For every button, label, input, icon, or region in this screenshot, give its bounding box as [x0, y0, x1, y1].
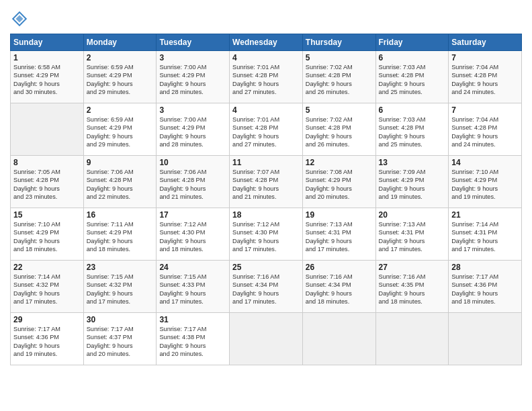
- cell-text: Sunrise: 7:17 AMSunset: 4:36 PMDaylight:…: [451, 273, 498, 305]
- cell-text: Sunrise: 7:16 AMSunset: 4:34 PMDaylight:…: [232, 273, 279, 305]
- calendar-cell-empty: [302, 313, 375, 365]
- day-number: 6: [379, 105, 446, 115]
- weekday-header-friday: Friday: [375, 34, 449, 51]
- cell-text: Sunrise: 7:00 AMSunset: 4:29 PMDaylight:…: [159, 116, 206, 148]
- calendar-week-4: 15Sunrise: 7:10 AMSunset: 4:29 PMDayligh…: [11, 208, 522, 261]
- calendar-cell-29: 29Sunrise: 7:17 AMSunset: 4:36 PMDayligh…: [11, 313, 84, 365]
- cell-text: Sunrise: 6:59 AMSunset: 4:29 PMDaylight:…: [87, 116, 134, 148]
- calendar-cell-9: 9Sunrise: 7:06 AMSunset: 4:28 PMDaylight…: [83, 156, 157, 208]
- cell-text: Sunrise: 7:10 AMSunset: 4:29 PMDaylight:…: [13, 221, 60, 253]
- cell-text: Sunrise: 7:02 AMSunset: 4:28 PMDaylight:…: [306, 64, 353, 95]
- calendar-cell-8: 8Sunrise: 7:05 AMSunset: 4:28 PMDaylight…: [11, 156, 84, 208]
- cell-text: Sunrise: 7:14 AMSunset: 4:31 PMDaylight:…: [451, 221, 498, 253]
- calendar-cell-3: 3Sunrise: 7:00 AMSunset: 4:29 PMDaylight…: [157, 51, 230, 103]
- cell-text: Sunrise: 7:08 AMSunset: 4:29 PMDaylight:…: [306, 169, 353, 200]
- weekday-header-saturday: Saturday: [449, 34, 522, 51]
- day-number: 3: [159, 53, 226, 62]
- day-number: 25: [232, 263, 300, 272]
- cell-text: Sunrise: 7:15 AMSunset: 4:32 PMDaylight:…: [87, 273, 134, 305]
- calendar-week-6: 29Sunrise: 7:17 AMSunset: 4:36 PMDayligh…: [11, 313, 522, 365]
- cell-text: Sunrise: 7:05 AMSunset: 4:28 PMDaylight:…: [13, 169, 60, 200]
- calendar-cell-empty: [11, 103, 84, 156]
- weekday-header-sunday: Sunday: [11, 34, 84, 51]
- logo-icon: [10, 9, 29, 28]
- day-number: 16: [87, 210, 154, 220]
- calendar-cell-4: 4Sunrise: 7:01 AMSunset: 4:28 PMDaylight…: [230, 103, 303, 156]
- calendar-week-2: 2Sunrise: 6:59 AMSunset: 4:29 PMDaylight…: [11, 103, 522, 156]
- calendar-cell-22: 22Sunrise: 7:14 AMSunset: 4:32 PMDayligh…: [11, 261, 84, 313]
- calendar-cell-14: 14Sunrise: 7:10 AMSunset: 4:29 PMDayligh…: [449, 156, 522, 208]
- cell-text: Sunrise: 6:58 AMSunset: 4:29 PMDaylight:…: [13, 64, 60, 95]
- calendar-week-3: 8Sunrise: 7:05 AMSunset: 4:28 PMDaylight…: [11, 156, 522, 208]
- calendar-cell-13: 13Sunrise: 7:09 AMSunset: 4:29 PMDayligh…: [375, 156, 449, 208]
- day-number: 7: [451, 105, 519, 115]
- calendar-cell-empty: [230, 313, 303, 365]
- calendar-cell-21: 21Sunrise: 7:14 AMSunset: 4:31 PMDayligh…: [449, 208, 522, 261]
- cell-text: Sunrise: 7:15 AMSunset: 4:33 PMDaylight:…: [159, 273, 206, 305]
- cell-text: Sunrise: 7:13 AMSunset: 4:31 PMDaylight:…: [306, 221, 353, 253]
- day-number: 26: [306, 263, 373, 272]
- cell-text: Sunrise: 7:04 AMSunset: 4:28 PMDaylight:…: [451, 64, 498, 95]
- day-number: 2: [87, 105, 154, 115]
- day-number: 28: [451, 263, 519, 272]
- day-number: 31: [159, 315, 226, 324]
- weekday-header-row: SundayMondayTuesdayWednesdayThursdayFrid…: [11, 34, 522, 51]
- cell-text: Sunrise: 7:16 AMSunset: 4:34 PMDaylight:…: [306, 273, 353, 305]
- calendar-cell-7: 7Sunrise: 7:04 AMSunset: 4:28 PMDaylight…: [449, 103, 522, 156]
- calendar-cell-25: 25Sunrise: 7:16 AMSunset: 4:34 PMDayligh…: [230, 261, 303, 313]
- calendar-cell-10: 10Sunrise: 7:06 AMSunset: 4:28 PMDayligh…: [157, 156, 230, 208]
- cell-text: Sunrise: 7:13 AMSunset: 4:31 PMDaylight:…: [379, 221, 426, 253]
- day-number: 13: [379, 158, 446, 167]
- cell-text: Sunrise: 7:03 AMSunset: 4:28 PMDaylight:…: [379, 116, 426, 148]
- day-number: 30: [87, 315, 154, 324]
- calendar-cell-empty: [449, 313, 522, 365]
- day-number: 29: [13, 315, 81, 324]
- day-number: 24: [159, 263, 226, 272]
- calendar-cell-5: 5Sunrise: 7:02 AMSunset: 4:28 PMDaylight…: [302, 103, 375, 156]
- calendar-cell-26: 26Sunrise: 7:16 AMSunset: 4:34 PMDayligh…: [302, 261, 375, 313]
- day-number: 6: [379, 53, 446, 62]
- day-number: 20: [379, 210, 446, 220]
- cell-text: Sunrise: 7:17 AMSunset: 4:36 PMDaylight:…: [13, 326, 60, 357]
- weekday-header-thursday: Thursday: [302, 34, 375, 51]
- cell-text: Sunrise: 7:06 AMSunset: 4:28 PMDaylight:…: [159, 169, 206, 200]
- cell-text: Sunrise: 7:12 AMSunset: 4:30 PMDaylight:…: [159, 221, 206, 253]
- day-number: 9: [87, 158, 154, 167]
- cell-text: Sunrise: 7:04 AMSunset: 4:28 PMDaylight:…: [451, 116, 498, 148]
- calendar-cell-12: 12Sunrise: 7:08 AMSunset: 4:29 PMDayligh…: [302, 156, 375, 208]
- calendar-cell-1: 1Sunrise: 6:58 AMSunset: 4:29 PMDaylight…: [11, 51, 84, 103]
- day-number: 27: [379, 263, 446, 272]
- calendar-cell-23: 23Sunrise: 7:15 AMSunset: 4:32 PMDayligh…: [83, 261, 157, 313]
- day-number: 5: [306, 105, 373, 115]
- cell-text: Sunrise: 7:09 AMSunset: 4:29 PMDaylight:…: [379, 169, 426, 200]
- cell-text: Sunrise: 7:14 AMSunset: 4:32 PMDaylight:…: [13, 273, 60, 305]
- logo: [10, 9, 31, 28]
- calendar-cell-24: 24Sunrise: 7:15 AMSunset: 4:33 PMDayligh…: [157, 261, 230, 313]
- cell-text: Sunrise: 7:11 AMSunset: 4:29 PMDaylight:…: [87, 221, 134, 253]
- cell-text: Sunrise: 7:03 AMSunset: 4:28 PMDaylight:…: [379, 64, 426, 95]
- cell-text: Sunrise: 7:10 AMSunset: 4:29 PMDaylight:…: [451, 169, 498, 200]
- main-container: SundayMondayTuesdayWednesdayThursdayFrid…: [0, 0, 532, 372]
- cell-text: Sunrise: 7:01 AMSunset: 4:28 PMDaylight:…: [232, 64, 279, 95]
- day-number: 12: [306, 158, 373, 167]
- cell-text: Sunrise: 7:07 AMSunset: 4:28 PMDaylight:…: [232, 169, 279, 200]
- calendar-cell-3: 3Sunrise: 7:00 AMSunset: 4:29 PMDaylight…: [157, 103, 230, 156]
- day-number: 1: [13, 53, 81, 62]
- weekday-header-wednesday: Wednesday: [230, 34, 303, 51]
- cell-text: Sunrise: 7:17 AMSunset: 4:38 PMDaylight:…: [159, 326, 206, 357]
- header: [10, 7, 522, 28]
- calendar-week-1: 1Sunrise: 6:58 AMSunset: 4:29 PMDaylight…: [11, 51, 522, 103]
- day-number: 4: [232, 53, 300, 62]
- calendar-week-5: 22Sunrise: 7:14 AMSunset: 4:32 PMDayligh…: [11, 261, 522, 313]
- calendar-cell-18: 18Sunrise: 7:12 AMSunset: 4:30 PMDayligh…: [230, 208, 303, 261]
- calendar-cell-empty: [375, 313, 449, 365]
- day-number: 18: [232, 210, 300, 220]
- day-number: 19: [306, 210, 373, 220]
- day-number: 3: [159, 105, 226, 115]
- calendar-cell-17: 17Sunrise: 7:12 AMSunset: 4:30 PMDayligh…: [157, 208, 230, 261]
- calendar-table: SundayMondayTuesdayWednesdayThursdayFrid…: [10, 34, 522, 365]
- cell-text: Sunrise: 7:16 AMSunset: 4:35 PMDaylight:…: [379, 273, 426, 305]
- calendar-cell-28: 28Sunrise: 7:17 AMSunset: 4:36 PMDayligh…: [449, 261, 522, 313]
- day-number: 2: [87, 53, 154, 62]
- cell-text: Sunrise: 7:06 AMSunset: 4:28 PMDaylight:…: [87, 169, 134, 200]
